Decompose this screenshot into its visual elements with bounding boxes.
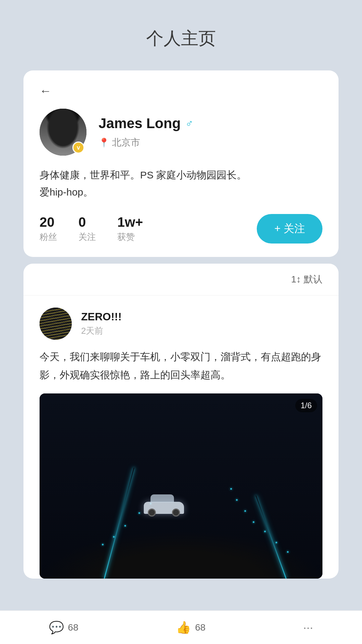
like-count: 68: [195, 622, 205, 633]
back-button[interactable]: ←: [40, 84, 52, 98]
comment-count: 68: [68, 622, 78, 633]
verified-badge: v: [72, 142, 84, 154]
location-row: 📍 北京市: [99, 136, 322, 149]
post-card: ZERO!!! 2天前 今天，我们来聊聊关于车机，小零双门，溜背式，有点超跑的身…: [23, 296, 339, 579]
profile-row: v James Long ♂ 📍 北京市: [40, 109, 322, 156]
like-action[interactable]: 👍 68: [176, 621, 205, 635]
name-row: James Long ♂: [99, 115, 322, 131]
post-header: ZERO!!! 2天前: [40, 308, 322, 340]
sort-bar: 1↕ 默认: [23, 264, 339, 296]
comment-icon: 💬: [49, 621, 64, 635]
sort-icon: 1↕: [291, 274, 301, 285]
page-title: 个人主页: [146, 27, 216, 50]
more-icon: ···: [303, 621, 313, 635]
post-content: 今天，我们来聊聊关于车机，小零双门，溜背式，有点超跑的身影，外观确实很惊艳，路上…: [40, 348, 322, 384]
post-meta: ZERO!!! 2天前: [81, 311, 322, 337]
comment-action[interactable]: 💬 68: [49, 621, 78, 635]
gender-icon: ♂: [185, 117, 193, 130]
image-counter: 1/6: [295, 399, 317, 412]
likes-label: 获赞: [117, 231, 135, 243]
likes-count: 1w+: [117, 215, 143, 230]
post-author-name: ZERO!!!: [81, 311, 322, 323]
bottom-bar: 💬 68 👍 68 ···: [0, 610, 362, 644]
user-bio: 身体健康，世界和平。PS 家庭小动物园园长。 爱hip-hop。: [40, 166, 322, 201]
stat-following: 0 关注: [78, 215, 96, 243]
fans-label: 粉丝: [40, 231, 57, 243]
more-action[interactable]: ···: [303, 621, 313, 635]
location-pin-icon: 📍: [99, 138, 109, 148]
post-author-avatar[interactable]: [40, 308, 72, 340]
profile-info: James Long ♂ 📍 北京市: [99, 115, 322, 149]
avatar-container: v: [40, 109, 86, 156]
location-text: 北京市: [112, 136, 140, 149]
car-illustration: [144, 502, 184, 514]
user-name: James Long: [99, 115, 181, 131]
following-label: 关注: [78, 231, 96, 243]
fans-count: 20: [40, 215, 55, 230]
stats-row: 20 粉丝 0 关注 1w+ 获赞 + 关注: [40, 214, 322, 244]
stat-likes: 1w+ 获赞: [117, 215, 143, 243]
stat-fans: 20 粉丝: [40, 215, 57, 243]
like-icon: 👍: [176, 621, 191, 635]
sort-text: 默认: [304, 273, 322, 286]
following-count: 0: [78, 215, 86, 230]
post-image[interactable]: 1/6: [40, 393, 322, 579]
post-timestamp: 2天前: [81, 325, 322, 337]
sort-option[interactable]: 1↕ 默认: [291, 273, 322, 286]
follow-button[interactable]: + 关注: [257, 214, 322, 244]
profile-card: ← v James Long ♂ 📍 北京市 身体健康，世界和平。PS 家庭小动…: [23, 70, 339, 257]
